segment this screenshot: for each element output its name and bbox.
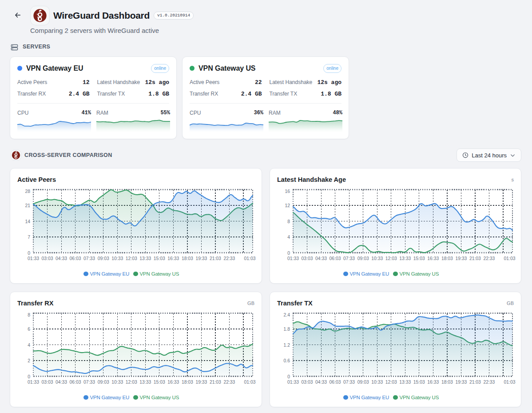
svg-text:0: 0 (28, 374, 30, 379)
svg-text:07:33: 07:33 (343, 380, 355, 385)
svg-text:18:03: 18:03 (441, 256, 453, 261)
svg-text:22:33: 22:33 (223, 256, 235, 261)
svg-text:16:33: 16:33 (167, 256, 179, 261)
svg-text:10:33: 10:33 (371, 380, 383, 385)
svg-text:01:33: 01:33 (28, 380, 39, 385)
svg-text:03:03: 03:03 (301, 256, 313, 261)
svg-text:22:33: 22:33 (223, 380, 235, 385)
svg-text:13:33: 13:33 (399, 256, 411, 261)
svg-text:1.8: 1.8 (284, 327, 290, 332)
svg-text:13:33: 13:33 (139, 256, 151, 261)
svg-text:03:03: 03:03 (41, 256, 53, 261)
svg-text:07:33: 07:33 (343, 256, 355, 261)
svg-text:2.4: 2.4 (284, 313, 290, 317)
svg-text:22:33: 22:33 (483, 256, 495, 261)
svg-text:10:33: 10:33 (371, 256, 383, 261)
svg-text:15:03: 15:03 (413, 256, 425, 261)
svg-text:06:03: 06:03 (330, 256, 341, 261)
svg-text:21:03: 21:03 (210, 256, 221, 261)
svg-text:16:33: 16:33 (427, 380, 439, 385)
svg-text:28: 28 (25, 189, 30, 194)
svg-text:4: 4 (287, 235, 290, 240)
svg-text:03:03: 03:03 (301, 380, 313, 385)
svg-text:13:33: 13:33 (139, 380, 151, 385)
svg-text:7: 7 (28, 235, 30, 240)
svg-text:01:33: 01:33 (287, 256, 299, 261)
svg-text:21: 21 (25, 203, 30, 208)
svg-text:04:33: 04:33 (56, 256, 67, 261)
svg-text:15:03: 15:03 (413, 380, 425, 385)
svg-text:12: 12 (285, 203, 290, 208)
svg-text:19:33: 19:33 (455, 256, 467, 261)
svg-text:15:03: 15:03 (154, 380, 165, 385)
svg-text:14: 14 (25, 219, 30, 224)
svg-text:10:33: 10:33 (111, 380, 123, 385)
svg-text:12:03: 12:03 (385, 380, 397, 385)
svg-text:6: 6 (28, 327, 30, 332)
svg-text:01:03: 01:03 (244, 256, 255, 261)
svg-text:07:33: 07:33 (83, 380, 95, 385)
svg-text:0: 0 (28, 251, 30, 256)
svg-text:01:03: 01:03 (504, 256, 515, 261)
svg-text:12:03: 12:03 (126, 256, 137, 261)
svg-text:01:03: 01:03 (244, 380, 255, 385)
svg-text:15:03: 15:03 (154, 256, 165, 261)
svg-text:22:33: 22:33 (483, 380, 495, 385)
svg-text:01:33: 01:33 (28, 256, 39, 261)
svg-text:06:03: 06:03 (70, 380, 81, 385)
svg-text:16:33: 16:33 (167, 380, 179, 385)
svg-text:21:03: 21:03 (469, 256, 481, 261)
svg-text:01:33: 01:33 (287, 380, 299, 385)
svg-text:21:03: 21:03 (210, 380, 221, 385)
svg-text:01:03: 01:03 (504, 380, 515, 385)
svg-text:0: 0 (287, 374, 290, 379)
svg-text:18:03: 18:03 (182, 256, 193, 261)
svg-text:12:03: 12:03 (126, 380, 137, 385)
svg-text:04:33: 04:33 (56, 380, 67, 385)
svg-text:0.6: 0.6 (284, 358, 290, 363)
svg-text:18:03: 18:03 (182, 380, 193, 385)
svg-text:0: 0 (287, 251, 290, 256)
svg-text:4: 4 (28, 343, 30, 348)
svg-text:8: 8 (28, 313, 30, 317)
svg-text:16:33: 16:33 (427, 256, 439, 261)
svg-text:8: 8 (287, 219, 290, 224)
svg-text:04:33: 04:33 (315, 380, 327, 385)
svg-text:13:33: 13:33 (399, 380, 411, 385)
svg-text:06:03: 06:03 (330, 380, 341, 385)
svg-text:09:03: 09:03 (98, 380, 109, 385)
svg-text:19:33: 19:33 (455, 380, 467, 385)
svg-text:09:03: 09:03 (357, 380, 369, 385)
svg-text:1.2: 1.2 (284, 343, 290, 348)
svg-text:04:33: 04:33 (315, 256, 327, 261)
svg-text:10:33: 10:33 (111, 256, 123, 261)
svg-text:19:33: 19:33 (195, 380, 207, 385)
svg-text:19:33: 19:33 (195, 256, 207, 261)
svg-text:16: 16 (285, 189, 290, 194)
svg-text:18:03: 18:03 (441, 380, 453, 385)
svg-text:2: 2 (28, 358, 30, 363)
svg-text:21:03: 21:03 (469, 380, 481, 385)
svg-text:07:33: 07:33 (83, 256, 95, 261)
svg-text:12:03: 12:03 (385, 256, 397, 261)
svg-text:06:03: 06:03 (70, 256, 81, 261)
svg-text:09:03: 09:03 (357, 256, 369, 261)
svg-text:03:03: 03:03 (41, 380, 53, 385)
svg-text:09:03: 09:03 (98, 256, 109, 261)
